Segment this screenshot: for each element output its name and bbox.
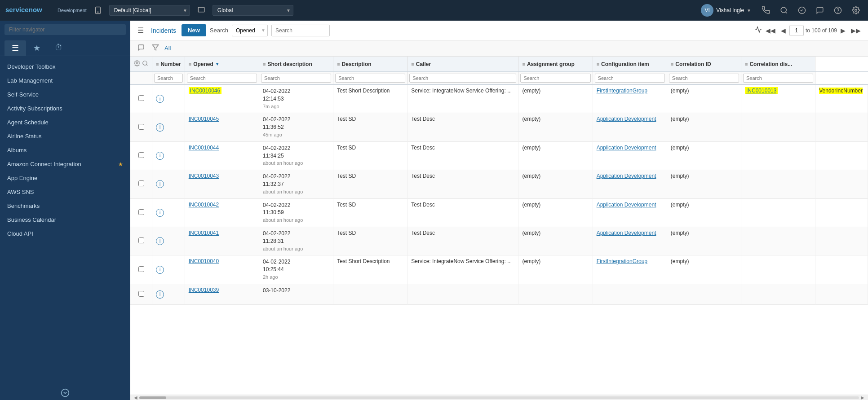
row-checkbox[interactable]	[138, 124, 144, 130]
global-dropdown[interactable]: Default [Global]	[109, 5, 190, 16]
th-caller[interactable]: ≡ Caller	[407, 57, 518, 72]
col-search-assignment[interactable]	[520, 74, 590, 83]
incidents-tab-label[interactable]: Incidents	[149, 26, 178, 35]
col-search-corredisp[interactable]	[743, 74, 813, 83]
assignment-group-link[interactable]: Application Development	[597, 116, 656, 122]
toolbar-chat-icon[interactable]	[136, 43, 146, 53]
pagination-next-button[interactable]: ▶	[839, 26, 847, 35]
th-short-description[interactable]: ≡ Short description	[259, 57, 333, 72]
scroll-right-arrow[interactable]: ▶	[859, 395, 866, 400]
scroll-thumb[interactable]	[139, 396, 166, 399]
status-filter-select[interactable]: Opened	[232, 25, 268, 36]
row-checkbox[interactable]	[138, 291, 144, 297]
pagination-prev-button[interactable]: ◀	[779, 26, 788, 35]
col-search-config[interactable]	[595, 74, 665, 83]
col-search-number[interactable]	[154, 74, 183, 83]
assignment-group-link[interactable]: Application Development	[597, 145, 656, 151]
search-col-icon[interactable]	[142, 60, 148, 68]
scope-dropdown[interactable]: Global	[213, 5, 293, 16]
row-checkbox[interactable]	[138, 95, 144, 101]
assignment-group-link[interactable]: Application Development	[597, 202, 656, 208]
sidebar-item-airline-status[interactable]: Airline Status	[0, 129, 130, 143]
sidebar-filter-input[interactable]	[4, 24, 126, 35]
search-nav-icon[interactable]	[777, 4, 791, 16]
sidebar-item-activity-subscriptions[interactable]: Activity Subscriptions	[0, 101, 130, 115]
chat-icon[interactable]	[813, 4, 827, 16]
row-checkbox[interactable]	[138, 180, 144, 186]
info-icon[interactable]: i	[156, 266, 164, 274]
row-checkbox[interactable]	[138, 266, 144, 272]
nav-tablet-icon[interactable]	[91, 4, 105, 16]
sidebar-item-cloud-api[interactable]: Cloud API	[0, 227, 130, 241]
sidebar-scroll-down[interactable]	[0, 386, 130, 400]
phone-icon[interactable]	[759, 4, 773, 16]
activity-icon[interactable]	[755, 26, 762, 35]
help-icon[interactable]	[831, 4, 845, 16]
incident-number-link[interactable]: INC0010040	[189, 258, 219, 264]
toolbar-all-label[interactable]: All	[164, 45, 171, 52]
user-menu[interactable]: VI Vishal Ingle ▼	[697, 2, 755, 18]
info-icon[interactable]: i	[156, 123, 164, 132]
incident-number-link[interactable]: INC0010044	[189, 145, 219, 151]
scroll-track[interactable]	[139, 396, 859, 399]
th-opened[interactable]: ≡ Opened ▼	[185, 57, 259, 72]
col-search-correid[interactable]	[669, 74, 739, 83]
th-correlation-id[interactable]: ≡ Correlation ID	[667, 57, 741, 72]
settings-icon[interactable]	[849, 4, 863, 16]
sidebar-item-lab-management[interactable]: Lab Management	[0, 74, 130, 88]
pagination-current-page[interactable]: 1	[789, 26, 804, 35]
new-button[interactable]: New	[182, 24, 206, 36]
scroll-left-arrow[interactable]: ◀	[132, 395, 139, 400]
row-checkbox[interactable]	[138, 209, 144, 215]
th-configuration-item[interactable]: ≡ Configuration item	[593, 57, 667, 72]
sidebar-item-business-calendar[interactable]: Business Calendar	[0, 213, 130, 227]
incident-number-link[interactable]: INC0010041	[189, 230, 219, 236]
th-correlation-display[interactable]: ≡ Correlation dis...	[741, 57, 815, 72]
header-search-input[interactable]	[271, 25, 330, 36]
assignment-group-link[interactable]: Application Development	[597, 173, 656, 179]
row-correid-cell	[741, 170, 815, 198]
assignment-group-link[interactable]: Application Development	[597, 230, 656, 236]
pagination-first-button[interactable]: ◀◀	[764, 26, 777, 35]
incident-number-link[interactable]: INC0010043	[189, 173, 219, 179]
incident-number-link[interactable]: INC0010039	[189, 287, 219, 293]
sidebar-item-albums[interactable]: Albums	[0, 143, 130, 157]
pagination-last-button[interactable]: ▶▶	[849, 26, 863, 35]
header-menu-button[interactable]: ☰	[136, 25, 146, 35]
info-icon[interactable]: i	[156, 95, 164, 103]
settings-col-icon[interactable]	[134, 60, 140, 68]
sidebar-item-aws-sns[interactable]: AWS SNS	[0, 185, 130, 199]
sidebar-tab-list[interactable]: ☰	[4, 40, 26, 56]
incident-number-link[interactable]: INC0010046	[189, 87, 221, 94]
info-icon[interactable]: i	[156, 237, 164, 245]
col-search-shortdesc[interactable]	[261, 74, 331, 83]
sidebar-item-amazon-connect[interactable]: Amazon Connect Integration ★	[0, 157, 130, 171]
toolbar-filter-icon[interactable]	[150, 43, 161, 53]
sidebar-item-developer-toolbox[interactable]: Developer Toolbox	[0, 60, 130, 74]
row-checkbox[interactable]	[138, 237, 144, 243]
th-number[interactable]: ≡ Number	[152, 57, 185, 72]
nav-expand-icon[interactable]	[195, 4, 208, 16]
incident-number-link[interactable]: INC0010042	[189, 202, 219, 208]
info-icon[interactable]: i	[156, 209, 164, 217]
sidebar-item-benchmarks[interactable]: Benchmarks	[0, 199, 130, 213]
th-assignment-group[interactable]: ≡ Assignment group	[518, 57, 593, 72]
sidebar-item-self-service[interactable]: Self-Service	[0, 88, 130, 101]
assignment-group-link[interactable]: FirstIntegrationGroup	[597, 258, 647, 264]
col-search-desc[interactable]	[335, 74, 405, 83]
assignment-group-link[interactable]: FirstIntegrationGroup	[597, 88, 647, 94]
info-icon[interactable]: i	[156, 290, 164, 299]
th-description[interactable]: ≡ Description	[333, 57, 407, 72]
sidebar-tab-favorites[interactable]: ★	[26, 40, 48, 56]
sidebar-item-app-engine[interactable]: App Engine	[0, 171, 130, 185]
col-search-caller[interactable]	[409, 74, 516, 83]
info-icon[interactable]: i	[156, 152, 164, 160]
incident-number-link[interactable]: INC0010045	[189, 116, 219, 122]
accessibility-icon[interactable]	[795, 4, 809, 16]
sidebar-item-agent-schedule[interactable]: Agent Schedule	[0, 115, 130, 129]
info-icon[interactable]: i	[156, 180, 164, 188]
correlation-id-value[interactable]: INC0010013	[745, 87, 778, 94]
col-search-opened[interactable]	[187, 74, 257, 83]
row-checkbox[interactable]	[138, 152, 144, 158]
sidebar-tab-history[interactable]: ⏱	[48, 40, 70, 56]
